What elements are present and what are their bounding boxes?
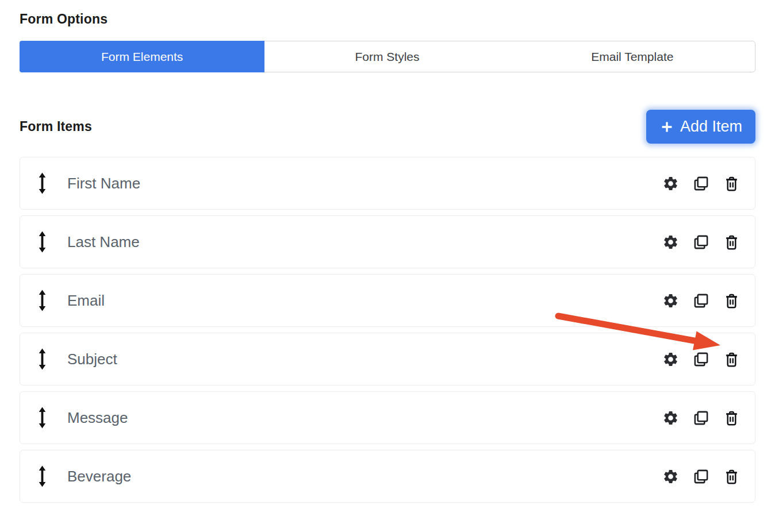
tab-form-styles[interactable]: Form Styles <box>264 41 509 72</box>
row-delete-button[interactable] <box>723 409 740 426</box>
trash-icon <box>723 175 740 192</box>
row-settings-button[interactable] <box>662 175 679 192</box>
row-actions <box>662 409 740 426</box>
form-options-panel: Form Options Form Elements Form Styles E… <box>0 0 775 503</box>
form-item-row: Beverage <box>20 450 755 503</box>
row-actions <box>662 233 740 250</box>
form-item-row: First Name <box>20 157 755 210</box>
trash-icon <box>723 292 740 309</box>
row-settings-button[interactable] <box>662 233 679 250</box>
gear-icon <box>662 175 679 192</box>
form-item-label: Email <box>67 292 662 310</box>
plus-icon <box>659 119 674 134</box>
row-duplicate-button[interactable] <box>692 292 709 309</box>
add-item-label: Add Item <box>680 118 742 136</box>
gear-icon <box>662 351 679 368</box>
form-item-row: Subject <box>20 333 755 385</box>
section-title: Form Items <box>20 119 92 134</box>
drag-handle[interactable] <box>37 290 47 311</box>
row-settings-button[interactable] <box>662 350 679 368</box>
row-duplicate-button[interactable] <box>692 175 709 192</box>
drag-vertical-icon <box>38 348 47 370</box>
row-duplicate-button[interactable] <box>692 409 709 426</box>
drag-vertical-icon <box>38 231 47 253</box>
row-duplicate-button[interactable] <box>692 350 709 368</box>
drag-handle[interactable] <box>37 465 47 487</box>
page-title: Form Options <box>20 11 755 27</box>
add-item-button[interactable]: Add Item <box>646 110 755 144</box>
row-delete-button[interactable] <box>723 350 740 368</box>
row-delete-button[interactable] <box>723 292 740 309</box>
row-delete-button[interactable] <box>723 468 740 485</box>
form-item-label: Subject <box>67 350 662 368</box>
form-item-label: First Name <box>67 175 662 192</box>
gear-icon <box>662 234 679 250</box>
form-item-label: Message <box>67 409 662 427</box>
row-duplicate-button[interactable] <box>692 468 709 485</box>
tab-bar: Form Elements Form Styles Email Template <box>20 41 755 72</box>
trash-icon <box>723 468 740 485</box>
drag-handle[interactable] <box>37 231 47 253</box>
trash-icon <box>723 351 740 368</box>
form-item-row: Message <box>20 391 755 444</box>
form-item-label: Beverage <box>67 468 662 485</box>
trash-icon <box>723 234 740 250</box>
form-item-label: Last Name <box>67 233 662 251</box>
drag-vertical-icon <box>38 407 47 429</box>
copy-icon <box>693 468 709 485</box>
drag-vertical-icon <box>38 290 47 311</box>
gear-icon <box>662 292 679 309</box>
row-settings-button[interactable] <box>662 292 679 309</box>
tab-form-elements[interactable]: Form Elements <box>20 41 264 72</box>
copy-icon <box>693 175 709 192</box>
row-duplicate-button[interactable] <box>692 233 709 250</box>
drag-handle[interactable] <box>37 172 47 194</box>
trash-icon <box>723 410 740 426</box>
form-item-row: Email <box>20 274 755 327</box>
form-item-row: Last Name <box>20 215 755 268</box>
drag-vertical-icon <box>38 172 47 194</box>
copy-icon <box>693 234 709 250</box>
row-settings-button[interactable] <box>662 409 679 426</box>
copy-icon <box>693 410 709 426</box>
row-actions <box>662 350 740 368</box>
drag-vertical-icon <box>38 465 47 487</box>
gear-icon <box>662 468 679 485</box>
gear-icon <box>662 410 679 426</box>
row-settings-button[interactable] <box>662 468 679 485</box>
row-delete-button[interactable] <box>723 233 740 250</box>
row-actions <box>662 468 740 485</box>
copy-icon <box>693 351 709 368</box>
drag-handle[interactable] <box>37 348 47 370</box>
row-delete-button[interactable] <box>723 175 740 192</box>
form-items-header: Form Items Add Item <box>20 110 755 144</box>
tab-email-template[interactable]: Email Template <box>510 41 755 72</box>
row-actions <box>662 292 740 309</box>
row-actions <box>662 175 740 192</box>
form-items-list: First Name <box>20 157 755 503</box>
drag-handle[interactable] <box>37 407 47 429</box>
copy-icon <box>693 292 709 309</box>
